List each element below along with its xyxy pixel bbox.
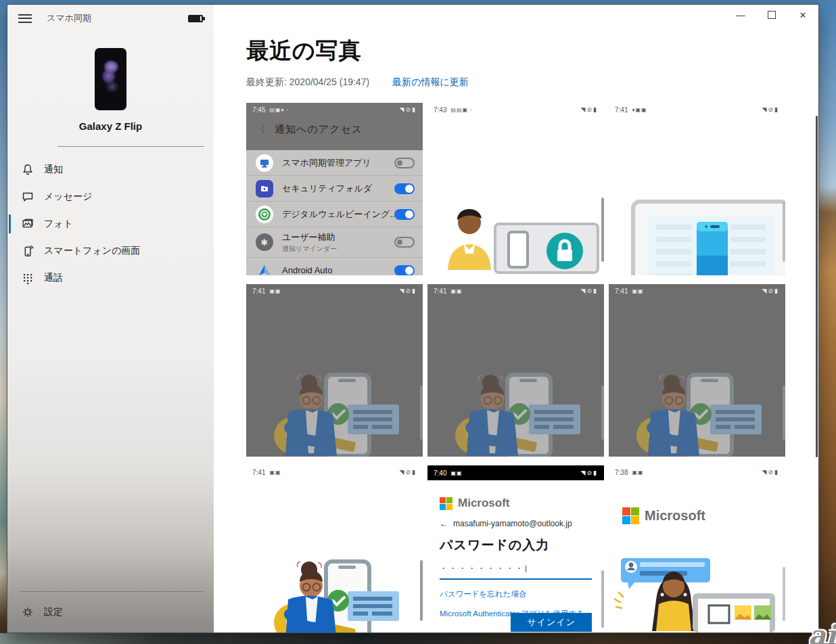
forgot-password-link: パスワードを忘れた場合 bbox=[440, 589, 592, 599]
app-title: スマホ同期 bbox=[47, 12, 91, 24]
phone-scrollbar bbox=[420, 560, 423, 621]
sidebar-header: スマホ同期 bbox=[7, 5, 214, 32]
divider bbox=[57, 146, 204, 147]
sidebar-bottom: 設定 bbox=[7, 591, 214, 632]
toggle bbox=[394, 158, 415, 168]
sidebar-item-phone-screen[interactable]: スマートフォンの画面 bbox=[7, 237, 214, 264]
secure-folder-icon bbox=[256, 180, 273, 198]
sidebar: スマホ同期 Galaxy Z Flip 通知 メッセージ bbox=[7, 5, 214, 632]
photo-thumbnail-settings[interactable]: 7:45▤▣♦・ ◥⊘▮ 〈 通知へのアクセス スマホ同期管理アプリ bbox=[246, 103, 423, 275]
key-illustration bbox=[246, 552, 423, 632]
phone-scrollbar bbox=[601, 570, 604, 628]
microsoft-wordmark: Microsoft bbox=[458, 497, 510, 510]
list-item: スマホ同期管理アプリ bbox=[246, 150, 423, 176]
toggle bbox=[394, 209, 415, 220]
microsoft-logo-icon bbox=[440, 497, 452, 510]
phone-scrollbar bbox=[420, 386, 423, 440]
photo-thumbnail-permission-dim[interactable]: 7:41▣▣ ◥⊘▮ bbox=[246, 284, 423, 457]
monitor-icon bbox=[256, 154, 273, 172]
message-icon bbox=[21, 190, 34, 204]
divider bbox=[20, 591, 203, 592]
sign-in-button: サインイン bbox=[511, 613, 592, 632]
photo-thumbnail-ms-welcome[interactable]: 7:38▣▣ ◥⊘▮ Microsoft bbox=[609, 465, 785, 632]
welcome-illustration bbox=[609, 557, 785, 632]
minimize-button[interactable]: — bbox=[725, 5, 756, 25]
device-photo bbox=[95, 48, 126, 110]
photo-thumbnail-ms-signin[interactable]: 7:40▣▣ ◥⊘▮ Microsoft ← masafumi-yamamoto… bbox=[427, 465, 604, 632]
scrollbar[interactable] bbox=[816, 116, 818, 457]
watermark: ai bbox=[808, 619, 836, 644]
accessibility-icon: ✱ bbox=[256, 233, 273, 251]
your-phone-app-window: スマホ同期 Galaxy Z Flip 通知 メッセージ bbox=[7, 4, 819, 633]
page-title: 最近の写真 bbox=[246, 36, 818, 66]
list-item: Android Auto bbox=[246, 258, 423, 275]
sidebar-item-calls[interactable]: 通話 bbox=[7, 264, 214, 292]
list-item: デジタルウェルビーイング.. bbox=[246, 202, 423, 227]
photo-thumbnail-link-pc[interactable]: 7:41♦▣▣ ◥⊘▮ bbox=[609, 103, 785, 275]
back-arrow-icon: ← bbox=[440, 519, 448, 528]
phone-scrollbar bbox=[783, 201, 785, 262]
sidebar-item-label: スマートフォンの画面 bbox=[44, 245, 140, 257]
hamburger-menu-icon[interactable] bbox=[18, 14, 32, 23]
key-illustration bbox=[427, 365, 604, 457]
photo-thumbnail-permission-dim[interactable]: 7:41▣▣ ◥⊘▮ bbox=[427, 284, 604, 457]
microsoft-logo-icon bbox=[622, 507, 639, 524]
sidebar-item-messages[interactable]: メッセージ bbox=[7, 183, 214, 210]
password-field: ・・・・・・・・・| bbox=[440, 564, 592, 580]
close-button[interactable]: ✕ bbox=[787, 5, 818, 25]
maximize-icon bbox=[768, 11, 776, 19]
wellbeing-icon bbox=[256, 206, 273, 223]
sidebar-item-photos[interactable]: フォト bbox=[7, 210, 214, 237]
photo-thumbnail-permission-lock[interactable]: 7:43▤▤▣・ ◥⊘▮ bbox=[427, 103, 604, 275]
sidebar-item-label: フォト bbox=[44, 218, 73, 230]
gear-icon bbox=[21, 605, 34, 619]
refresh-link[interactable]: 最新の情報に更新 bbox=[392, 76, 469, 89]
sidebar-item-label: 通知 bbox=[44, 164, 63, 176]
last-updated-text: 最終更新: 2020/04/25 (19:47) bbox=[246, 76, 369, 89]
maximize-button[interactable] bbox=[756, 5, 787, 25]
lock-card-illustration bbox=[427, 194, 604, 275]
phone-screen-icon bbox=[21, 244, 34, 258]
microsoft-wordmark: Microsoft bbox=[645, 508, 705, 524]
sidebar-item-label: 通話 bbox=[44, 272, 63, 284]
toggle bbox=[394, 237, 415, 248]
photo-icon bbox=[21, 217, 34, 231]
list-item: ✱ ユーザー補助 通知リマインダー bbox=[246, 227, 423, 258]
android-auto-icon bbox=[256, 262, 273, 276]
toggle bbox=[394, 265, 415, 276]
text-caret: | bbox=[525, 564, 529, 572]
photo-thumbnail-permission[interactable]: 7:41▣▣ ◥⊘▮ bbox=[246, 465, 423, 632]
desktop-wallpaper-bottom bbox=[0, 633, 836, 644]
desktop-wallpaper-right bbox=[819, 0, 836, 644]
sidebar-item-label: 設定 bbox=[44, 606, 63, 618]
phone-scrollbar bbox=[783, 567, 785, 621]
key-illustration bbox=[609, 365, 785, 457]
ms-signin-body: Microsoft ← masafumi-yamamoto@outlook.jp… bbox=[427, 480, 604, 632]
phone-scrollbar bbox=[601, 198, 604, 262]
photo-grid: 7:45▤▣♦・ ◥⊘▮ 〈 通知へのアクセス スマホ同期管理アプリ bbox=[246, 103, 785, 632]
dialpad-icon bbox=[21, 271, 34, 285]
password-heading: パスワードの入力 bbox=[440, 536, 592, 554]
phone-scrollbar bbox=[601, 386, 604, 440]
sidebar-item-settings[interactable]: 設定 bbox=[7, 599, 214, 626]
window-controls: — ✕ bbox=[725, 5, 818, 25]
photo-thumbnail-permission-dim[interactable]: 7:41▣▣ ◥⊘▮ bbox=[609, 284, 785, 457]
device-name: Galaxy Z Flip bbox=[7, 120, 214, 132]
screenshot-title: 通知へのアクセス bbox=[275, 123, 363, 136]
account-email: masafumi-yamamoto@outlook.jp bbox=[453, 519, 572, 528]
notification-access-list: スマホ同期管理アプリ セキュリティフォルダ デジタル bbox=[246, 150, 423, 275]
key-illustration bbox=[246, 365, 423, 457]
laptop-illustration bbox=[621, 198, 785, 275]
toggle bbox=[394, 183, 415, 194]
sidebar-nav: 通知 メッセージ フォト bbox=[7, 156, 214, 292]
sidebar-item-notifications[interactable]: 通知 bbox=[7, 156, 214, 183]
list-item: セキュリティフォルダ bbox=[246, 176, 423, 202]
battery-icon bbox=[188, 15, 203, 22]
sidebar-item-label: メッセージ bbox=[44, 191, 92, 203]
phone-scrollbar bbox=[783, 386, 785, 440]
main-content: — ✕ 最近の写真 最終更新: 2020/04/25 (19:47) 最新の情報… bbox=[214, 5, 818, 632]
bell-icon bbox=[21, 163, 34, 177]
back-icon: 〈 bbox=[256, 124, 265, 136]
